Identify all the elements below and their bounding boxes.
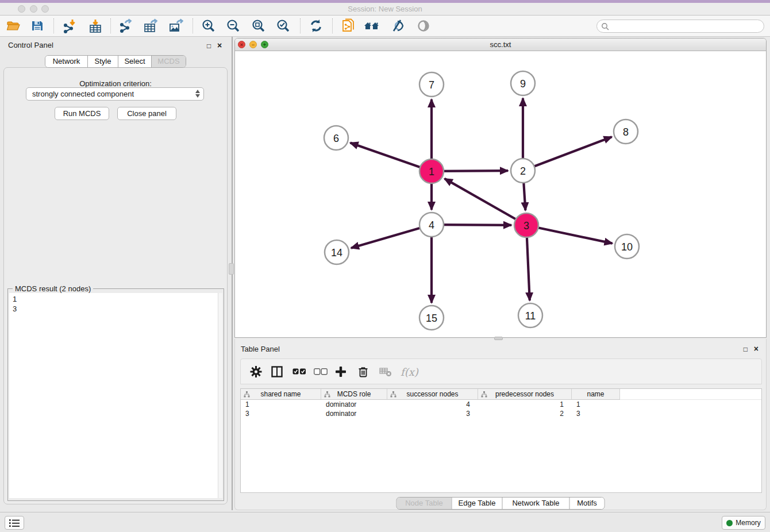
graph-node-15[interactable]: 15 — [419, 306, 444, 330]
table-cell[interactable]: 1 — [572, 400, 620, 409]
mcds-result-group: MCDS result (2 nodes) 1 3 — [7, 288, 224, 501]
run-mcds-button[interactable]: Run MCDS — [55, 107, 109, 120]
save-session-icon[interactable] — [29, 17, 46, 34]
close-panel-button[interactable]: Close panel — [117, 107, 176, 120]
delete-icon[interactable] — [358, 366, 368, 377]
toolbar-separator — [192, 18, 193, 33]
table-cell[interactable]: 1 — [241, 400, 321, 409]
open-session-icon[interactable] — [5, 17, 22, 34]
task-history-button[interactable] — [5, 516, 24, 530]
graph-node-4[interactable]: 4 — [419, 213, 444, 237]
table-row[interactable]: 1dominator411 — [241, 400, 761, 409]
tab-network[interactable]: Network — [45, 56, 87, 67]
horizontal-splitter-handle[interactable] — [494, 337, 503, 340]
network-graph[interactable]: 7968124314101511 — [235, 52, 766, 337]
svg-text:6: 6 — [333, 133, 339, 144]
optimization-criterion-label: Optimization criterion: — [4, 79, 227, 88]
show-hidden-icon[interactable] — [415, 17, 432, 34]
table-cell[interactable]: 4 — [387, 400, 478, 409]
toolbar-separator — [300, 18, 301, 33]
graph-node-14[interactable]: 14 — [325, 240, 349, 264]
tab-node-table[interactable]: Node Table — [397, 498, 452, 509]
memory-button[interactable]: Memory — [722, 516, 765, 530]
control-panel-float-icon[interactable]: □ — [207, 42, 211, 50]
column-header-successor-nodes[interactable]: successor nodes — [387, 389, 478, 400]
graph-edge-3-10[interactable] — [526, 225, 613, 244]
table-rows: 1dominator4113dominator323 — [241, 400, 761, 418]
zoom-fit-icon[interactable] — [250, 17, 267, 34]
network-canvas[interactable]: 7968124314101511 — [235, 52, 766, 337]
table-cell[interactable]: 3 — [572, 409, 620, 418]
graph-node-7[interactable]: 7 — [419, 72, 444, 97]
gear-icon[interactable] — [250, 365, 262, 377]
column-header-name[interactable]: name — [572, 389, 620, 400]
tab-style[interactable]: Style — [87, 56, 118, 67]
search-box[interactable] — [596, 20, 764, 33]
table-cell[interactable]: 2 — [478, 409, 572, 418]
control-panel-title: Control Panel — [8, 41, 53, 49]
zoom-in-icon[interactable] — [200, 17, 217, 34]
graph-node-8[interactable]: 8 — [614, 119, 638, 144]
node-table[interactable]: shared nameMCDS rolesuccessor nodesprede… — [240, 388, 762, 493]
column-view-icon[interactable] — [271, 366, 283, 377]
graph-node-11[interactable]: 11 — [518, 303, 542, 327]
table-panel-close-icon[interactable]: × — [754, 345, 759, 353]
graph-node-2[interactable]: 2 — [511, 159, 535, 183]
graph-node-6[interactable]: 6 — [324, 126, 348, 150]
column-header-shared-name[interactable]: shared name — [241, 389, 321, 400]
table-cell[interactable]: dominator — [321, 409, 387, 418]
graph-edge-1-6[interactable] — [351, 143, 432, 171]
control-panel-close-icon[interactable]: × — [217, 41, 222, 49]
graph-node-1[interactable]: 1 — [419, 159, 444, 183]
delete-table-icon[interactable] — [379, 367, 392, 377]
result-scrollbar[interactable] — [218, 293, 222, 498]
zoom-selected-icon[interactable] — [275, 17, 292, 34]
graph-edge-2-8[interactable] — [523, 137, 612, 171]
application-window: Session: New Session — [0, 0, 770, 532]
hide-selected-icon[interactable] — [389, 17, 406, 34]
import-network-icon[interactable] — [61, 17, 78, 34]
mcds-result-list[interactable]: 1 3 — [9, 293, 218, 498]
svg-text:9: 9 — [520, 78, 526, 90]
table-row[interactable]: 3dominator323 — [241, 409, 761, 418]
function-builder-icon[interactable]: f(x) — [401, 365, 418, 377]
table-header-row: shared nameMCDS rolesuccessor nodesprede… — [241, 389, 761, 400]
zoom-out-icon[interactable] — [225, 17, 242, 34]
graph-node-9[interactable]: 9 — [511, 71, 535, 95]
vertical-splitter-handle[interactable] — [229, 263, 234, 275]
search-input[interactable] — [609, 22, 753, 30]
add-column-icon[interactable] — [336, 367, 346, 377]
graph-node-3[interactable]: 3 — [514, 213, 538, 237]
toolbar-separator — [110, 18, 111, 33]
table-cell[interactable]: 3 — [241, 409, 321, 418]
table-panel-tabs: Node TableEdge TableNetwork TableMotifs — [396, 497, 605, 510]
criterion-select[interactable]: strongly connected component — [26, 87, 204, 101]
deselect-all-icon[interactable] — [314, 368, 328, 375]
status-bar: Memory — [0, 512, 770, 532]
tab-select[interactable]: Select — [118, 56, 151, 67]
export-image-icon[interactable] — [167, 17, 184, 34]
table-cell[interactable]: dominator — [321, 400, 387, 409]
export-network-icon[interactable] — [117, 17, 134, 34]
refresh-layout-icon[interactable] — [307, 17, 325, 34]
tab-network-table[interactable]: Network Table — [502, 498, 569, 509]
duplicate-network-icon[interactable] — [340, 17, 357, 34]
tab-edge-table[interactable]: Edge Table — [452, 498, 502, 509]
tab-mcds[interactable]: MCDS — [151, 56, 186, 67]
column-header-MCDS-role[interactable]: MCDS role — [321, 389, 387, 400]
svg-text:4: 4 — [429, 219, 434, 231]
neighbors-icon[interactable] — [363, 17, 380, 34]
import-table-icon[interactable] — [87, 17, 104, 34]
table-panel: Table Panel □ × — [234, 339, 767, 510]
select-all-icon[interactable] — [292, 368, 306, 375]
table-panel-float-icon[interactable]: □ — [744, 345, 748, 353]
tab-motifs[interactable]: Motifs — [569, 498, 605, 509]
control-panel-tabs: NetworkStyleSelectMCDS — [45, 55, 186, 68]
export-table-icon[interactable] — [142, 17, 159, 34]
table-cell[interactable]: 3 — [387, 409, 478, 418]
table-cell[interactable]: 1 — [478, 400, 572, 409]
column-header-predecessor-nodes[interactable]: predecessor nodes — [478, 389, 572, 400]
network-window: × − + scc.txt 7968124314101511 — [234, 38, 767, 338]
graph-edge-3-1[interactable] — [445, 179, 526, 225]
graph-node-10[interactable]: 10 — [615, 234, 639, 259]
